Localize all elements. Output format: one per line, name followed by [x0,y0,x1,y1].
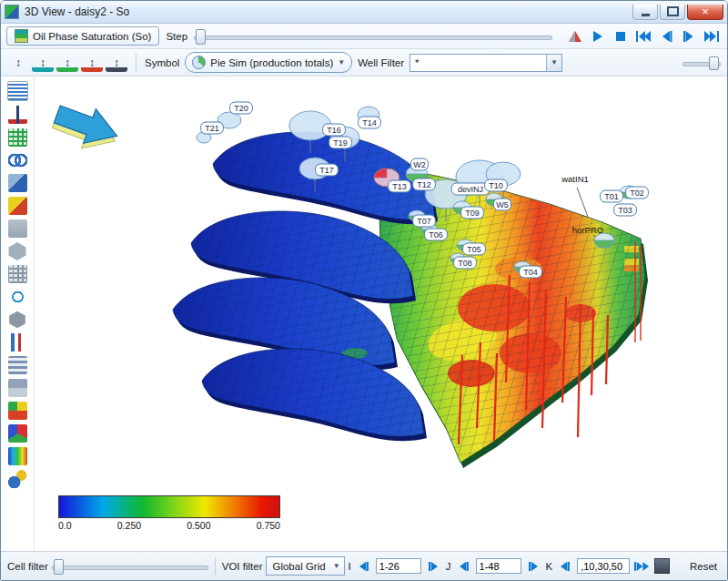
3d-viewport[interactable]: T20T21T16T14T19T17T13W2T12devINJT10W5T09… [35,76,727,551]
property-grid-icon[interactable] [8,402,27,420]
rgb-cube-icon[interactable] [8,424,27,443]
well-toolbar-icons: ↕↕↕↕↕ [7,53,127,72]
separator [215,557,216,576]
reservoir-3d-scene: T20T21T16T14T19T17T13W2T12devINJT10W5T09… [35,80,727,495]
titlebar[interactable]: 3D View - daisy2 - So × [1,1,727,24]
step-label: Step [166,31,187,42]
cell-filter-handle[interactable] [54,559,64,575]
well-label: T16 [327,126,341,135]
well-label: W5 [496,200,509,209]
hexagon-menu-icon[interactable] [8,311,27,329]
well-label: T17 [319,166,334,175]
i-prev-button[interactable] [355,558,372,575]
well-filter-value: * [410,57,546,68]
mini-slider-handle[interactable] [709,56,719,70]
cell-filter-slider[interactable] [52,558,208,575]
saturation-icon[interactable] [8,197,27,215]
chevron-down-icon[interactable]: ▼ [546,55,561,71]
step-back-button[interactable] [655,27,676,46]
k-label: K [546,561,553,572]
well-label: T06 [429,230,443,240]
well-symbols-icon[interactable]: ↕ [106,53,127,72]
app-window: 3D View - daisy2 - So × Oil Phase Satura… [0,0,728,581]
layer-slab-top [213,132,438,224]
well-label: T08 [458,259,472,268]
skip-end-button[interactable] [701,27,722,46]
k-next-button[interactable] [633,558,651,575]
j-range-input[interactable] [476,558,521,574]
j-label: J [446,561,451,572]
well-label: T10 [489,181,503,190]
well-label: T19 [333,138,348,148]
voi-filter-dropdown[interactable]: Global Grid ▼ [266,556,344,576]
blocks-menu-icon[interactable] [8,379,27,397]
step-slider-handle[interactable] [196,29,206,45]
ternary-plot-icon[interactable] [564,27,585,46]
grid-3d-icon[interactable] [8,128,27,147]
plane-icon[interactable] [8,219,27,238]
well-trajectory-icon[interactable] [8,106,27,124]
minimize-button[interactable] [632,5,658,20]
well-label[interactable]: horPRO [572,225,603,235]
step-forward-button[interactable] [678,27,699,46]
texture-icon[interactable] [8,447,27,465]
j-prev-button[interactable] [455,558,472,575]
slice-icon[interactable] [8,174,27,192]
well-label[interactable]: watIN1 [561,174,589,184]
colorbar-tick: 0.500 [187,520,210,531]
i-range-input[interactable] [376,558,421,574]
producer-wells-icon[interactable]: ↕ [56,53,78,72]
voi-filter-value: Global Grid [272,561,325,572]
mesh-icon[interactable] [8,265,27,283]
i-label: I [349,561,351,572]
skip-start-button[interactable] [632,27,653,46]
colorbar-tick: 0.250 [117,520,141,531]
toolbar-mini-slider[interactable] [682,55,721,71]
property-button[interactable]: Oil Phase Saturation (So) [6,26,159,46]
toolbar-row-1: Oil Phase Saturation (So) Step [1,24,727,49]
injector-wells-icon[interactable]: ↕ [32,53,54,72]
symbol-dropdown-value: Pie Sim (production totals) [210,57,333,68]
app-icon [5,5,19,19]
colorbar-tick: 0.0 [58,520,72,531]
i-next-button[interactable] [425,558,442,575]
well-filter-combo[interactable]: * ▼ [410,54,562,72]
report-icon[interactable] [7,81,28,101]
separator [136,54,136,72]
j-next-button[interactable] [525,558,542,575]
probe-icon[interactable] [8,470,27,488]
playback-controls [564,27,722,46]
well-label: T04 [523,268,538,277]
cell-filter-groove [52,566,208,570]
play-button[interactable] [587,27,608,46]
polygon-icon[interactable] [8,242,27,260]
symbol-dropdown[interactable]: Pie Sim (production totals) ▼ [185,52,352,73]
stop-button[interactable] [610,27,631,46]
layers-icon[interactable] [8,356,27,374]
wells-visibility-icon[interactable]: ↕ [7,53,29,72]
close-icon: × [702,5,709,17]
step-slider[interactable] [194,28,552,45]
symbol-label: Symbol [145,57,179,68]
perforation-icon[interactable]: ↕ [81,53,103,72]
elevation-icon[interactable] [8,333,27,352]
voi-filter-label: VOI filter [222,561,263,572]
bottom-bar: Cell filter VOI filter Global Grid ▼ I J… [1,551,727,580]
link-views-icon[interactable] [8,151,27,169]
maximize-button[interactable] [660,5,685,20]
chevron-down-icon: ▼ [333,562,340,570]
k-planes-button[interactable] [654,558,670,574]
pie-icon [192,56,206,69]
colorbar-ticks: 0.00.2500.5000.750 [58,520,280,531]
close-button[interactable]: × [687,5,723,20]
k-range-input[interactable] [577,558,630,574]
colorbar-tick: 0.750 [257,520,280,531]
well-label: T12 [417,180,431,189]
minimize-icon [642,14,650,16]
well-label: T13 [392,182,407,191]
rotate-icon[interactable] [8,288,27,306]
north-arrow [49,97,124,158]
reset-button[interactable]: Reset [686,561,721,572]
well-label: T01 [604,192,619,201]
k-prev-button[interactable] [556,558,573,575]
